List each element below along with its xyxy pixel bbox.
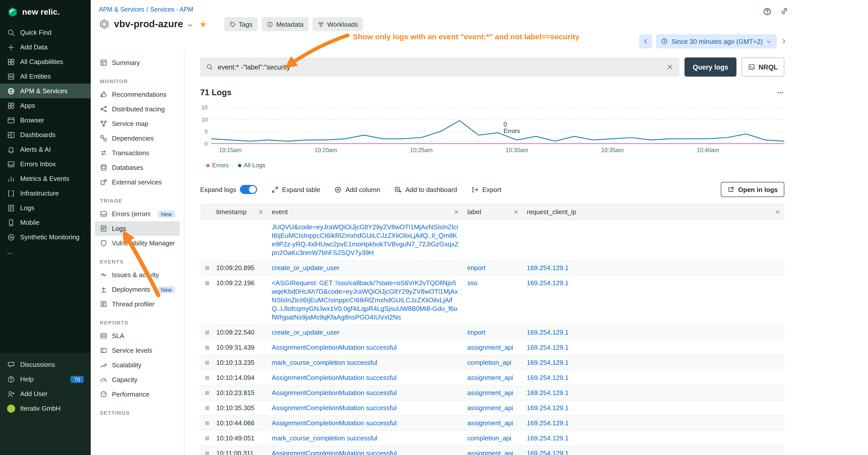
log-ip-link[interactable]: 169.254.129.1 <box>527 359 568 366</box>
subnav-item-external-services[interactable]: External services <box>95 175 180 190</box>
subnav-item-performance[interactable]: Performance <box>95 387 180 401</box>
sidebar-item-all-capabilities[interactable]: All Capabilities <box>0 55 91 69</box>
sidebar-item-quick-find[interactable]: Quick Find <box>0 25 91 40</box>
favorite-star-icon[interactable]: ★ <box>199 20 207 29</box>
log-label-link[interactable]: assignment_api <box>467 389 513 396</box>
log-ip-link[interactable]: 169.254.129.1 <box>527 374 568 382</box>
log-event-link[interactable]: mark_course_completion successful <box>272 434 377 442</box>
more-options-button[interactable] <box>776 89 784 97</box>
breadcrumb-apm-services[interactable]: APM & Services <box>99 6 145 13</box>
sidebar-item-more[interactable]: ... <box>0 245 91 259</box>
subnav-item-summary[interactable]: Summary <box>95 56 180 70</box>
subnav-item-thread-profiler[interactable]: Thread profiler <box>95 297 180 312</box>
sidebar-item-metrics-events[interactable]: Metrics & Events <box>0 171 91 186</box>
row-checkbox[interactable] <box>205 452 209 455</box>
subnav-item-service-map[interactable]: Service map <box>95 117 180 131</box>
sidebar-item-browser[interactable]: Browser <box>0 113 91 128</box>
row-checkbox[interactable] <box>205 346 209 350</box>
row-checkbox[interactable] <box>205 436 209 441</box>
log-event-link[interactable]: AssignmentCompletionMutation successful <box>272 389 397 396</box>
sidebar-item-add-user[interactable]: Add User <box>0 387 91 401</box>
time-range-picker[interactable]: Since 30 minutes ago (GMT+2) <box>656 34 777 48</box>
row-checkbox[interactable] <box>205 406 209 410</box>
log-label-link[interactable]: import <box>467 328 486 336</box>
subnav-item-transactions[interactable]: Transactions <box>95 145 180 160</box>
table-row[interactable]: 10:10:44.066 AssignmentCompletionMutatio… <box>200 416 784 431</box>
log-event-link[interactable]: AssignmentCompletionMutation successful <box>272 374 397 382</box>
remove-column-icon[interactable] <box>454 209 459 215</box>
expand-logs-toggle[interactable] <box>240 185 257 194</box>
timestamp-column-header[interactable]: timestamp <box>212 204 268 219</box>
expand-table-button[interactable]: Expand table <box>271 186 320 193</box>
request-client-ip-column-header[interactable]: request_client_ip <box>523 204 784 219</box>
log-event-link[interactable]: create_or_update_user <box>272 264 340 271</box>
label-column-header[interactable]: label <box>463 204 523 219</box>
log-event-link[interactable]: mark_course_completion successful <box>272 359 377 366</box>
sidebar-item-dashboards[interactable]: Dashboards <box>0 128 91 142</box>
nrql-button[interactable]: NRQL <box>742 58 784 76</box>
sidebar-item-alerts-ai[interactable]: Alerts & AI <box>0 142 91 157</box>
table-row[interactable]: 10:09:31.439 AssignmentCompletionMutatio… <box>200 340 784 355</box>
table-row[interactable]: JUQVU&code=eyJraWQiOiJjcGltY29yZV8wOTl1M… <box>200 220 784 260</box>
table-row[interactable]: 10:10:14.094 AssignmentCompletionMutatio… <box>200 370 784 386</box>
clear-search-icon[interactable] <box>666 64 674 70</box>
log-label-link[interactable]: sso <box>467 279 477 287</box>
log-event-link[interactable]: AssignmentCompletionMutation successful <box>272 344 397 351</box>
table-row[interactable]: 10:09:22.196 <ASGIRequest: GET '/sso/cal… <box>200 275 784 325</box>
add-to-dashboard-button[interactable]: Add to dashboard <box>394 186 457 193</box>
sidebar-item-help[interactable]: Help70 <box>0 372 91 387</box>
table-row[interactable]: 10:11:00.311 AssignmentCompletionMutatio… <box>200 446 784 455</box>
sidebar-item-apm-services[interactable]: APM & Services <box>0 84 91 98</box>
log-label-link[interactable]: assignment_api <box>467 404 513 412</box>
subnav-item-distributed-tracing[interactable]: Distributed tracing <box>95 102 180 117</box>
table-row[interactable]: 10:09:22.540 create_or_update_user impor… <box>200 325 784 340</box>
permalink-icon[interactable] <box>780 7 788 15</box>
logs-search-input[interactable] <box>218 63 662 71</box>
row-checkbox[interactable] <box>205 421 209 425</box>
metadata-button[interactable]: Metadata <box>261 17 309 31</box>
workloads-button[interactable]: Workloads <box>312 17 363 31</box>
row-checkbox[interactable] <box>205 330 209 334</box>
log-ip-link[interactable]: 169.254.129.1 <box>527 328 568 336</box>
table-row[interactable]: 10:09:20.895 create_or_update_user impor… <box>200 260 784 275</box>
add-column-button[interactable]: Add column <box>335 186 380 193</box>
table-row[interactable]: 10:10:35.305 AssignmentCompletionMutatio… <box>200 400 784 416</box>
log-label-link[interactable]: assignment_api <box>467 450 513 455</box>
sidebar-item-apps[interactable]: Apps <box>0 98 91 113</box>
log-ip-link[interactable]: 169.254.129.1 <box>527 434 568 442</box>
query-logs-button[interactable]: Query logs <box>684 58 736 76</box>
log-label-link[interactable]: import <box>467 264 486 271</box>
sidebar-item-add-data[interactable]: Add Data <box>0 40 91 55</box>
chart-plot-area[interactable]: 0 Errors <box>211 104 784 145</box>
log-ip-link[interactable]: 169.254.129.1 <box>527 404 568 412</box>
sidebar-item-synthetic-monitoring[interactable]: Synthetic Monitoring <box>0 230 91 245</box>
legend-item-all-logs[interactable]: All Logs <box>238 162 265 169</box>
event-column-header[interactable]: event <box>268 204 463 219</box>
log-ip-link[interactable]: 169.254.129.1 <box>527 344 568 351</box>
legend-item-errors[interactable]: Errors <box>206 162 228 169</box>
breadcrumb-services-apm[interactable]: Services - APM <box>150 6 193 13</box>
sidebar-item-logs[interactable]: Logs <box>0 200 91 215</box>
sidebar-item-mobile[interactable]: Mobile <box>0 215 91 230</box>
row-checkbox[interactable] <box>205 391 209 395</box>
log-ip-link[interactable]: 169.254.129.1 <box>527 264 568 271</box>
sidebar-item-discussions[interactable]: Discussions <box>0 357 91 372</box>
entity-dropdown-caret[interactable] <box>187 22 193 28</box>
subnav-item-sla[interactable]: SLA <box>95 328 180 343</box>
sidebar-item-infrastructure[interactable]: Infrastructure <box>0 186 91 200</box>
subnav-item-dependencies[interactable]: Dependencies <box>95 131 180 145</box>
subnav-item-scalability[interactable]: Scalability <box>95 358 180 372</box>
sidebar-item-errors-inbox[interactable]: Errors Inbox <box>0 157 91 171</box>
remove-column-icon[interactable] <box>258 209 264 215</box>
table-row[interactable]: 10:10:49.051 mark_course_completion succ… <box>200 431 784 446</box>
tags-button[interactable]: Tags <box>224 17 257 31</box>
subnav-item-issues-activity[interactable]: Issues & activity <box>95 267 180 282</box>
log-ip-link[interactable]: 169.254.129.1 <box>527 279 568 287</box>
log-event-link[interactable]: create_or_update_user <box>272 328 340 336</box>
log-ip-link[interactable]: 169.254.129.1 <box>527 389 568 396</box>
subnav-item-logs[interactable]: Logs <box>95 221 180 236</box>
subnav-item-databases[interactable]: Databases <box>95 160 180 175</box>
row-checkbox[interactable] <box>205 266 209 270</box>
log-event-link[interactable]: AssignmentCompletionMutation successful <box>272 404 397 412</box>
subnav-item-recommendations[interactable]: Recommendations <box>95 87 180 102</box>
